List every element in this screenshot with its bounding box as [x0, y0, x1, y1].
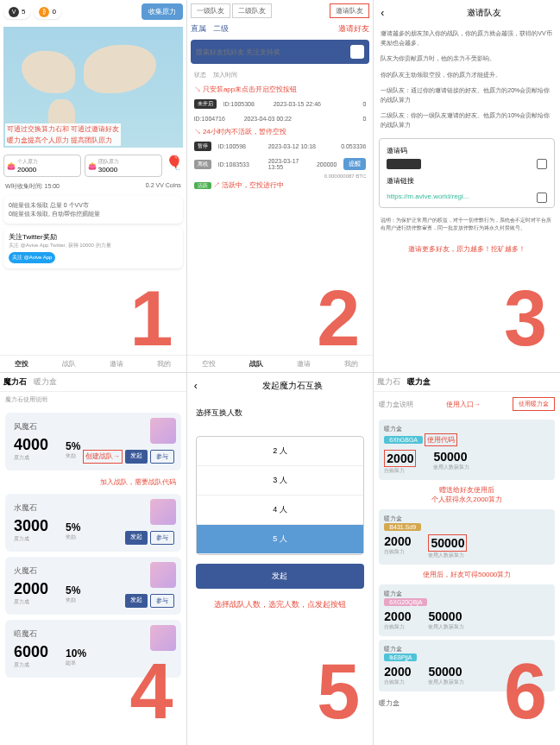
remind-button[interactable]: 提醒 — [343, 158, 366, 170]
friend-row: 未开启 ID:1005308 2023-03-15 22:46 0 — [187, 96, 374, 112]
btc-value: 0 — [52, 8, 55, 16]
twitter-card[interactable]: 关注Twitter奖励 关注 @Avive App Twitter, 获得 10… — [3, 227, 183, 268]
collect-button[interactable]: 收集原力 — [142, 3, 183, 20]
gift-code[interactable]: lkE8PjjA — [384, 653, 417, 661]
gift-card: 暖力盒 B431.Sd9 2000自购算力 50000使用人数获算力 — [379, 509, 555, 565]
panel-5-exchange: ‹ 发起魔力石互换 选择互换人数 2 人 3 人 4 人 5 人 发起 选择战队… — [187, 373, 374, 745]
back-icon[interactable]: ‹ — [381, 7, 384, 19]
option-3[interactable]: 3 人 — [197, 466, 364, 496]
panel-1-airdrop: V 5 ₿ 0 收集原力 可通过交换算力石和 可通过邀请好友 暖力盒提高个人原力… — [0, 0, 186, 372]
note-annotation: 选择战队人数，选完人数，点发起按钮 — [187, 596, 374, 614]
balloon-icon: 🎈 — [166, 155, 183, 177]
stone-image — [150, 562, 176, 588]
panel-number: 2 — [317, 275, 360, 363]
option-5-selected[interactable]: 5 人 — [197, 525, 364, 554]
tab-level2[interactable]: 二级队友 — [232, 3, 272, 18]
invite-btn-outline[interactable]: 邀请队友 — [330, 3, 369, 18]
panel-6-giftbox: 魔力石 暖力盒 暖力盒说明 使用入口→ 使用暖力盒 暖力盒 6XhGBGA 使用… — [374, 373, 560, 745]
status-inactive: 离线 — [194, 160, 211, 169]
annotation-create: 创建战队→ — [83, 450, 123, 464]
join-button[interactable]: 参与 — [150, 531, 174, 545]
gift-code[interactable]: 6XG20QBjA — [384, 598, 427, 606]
page-title: 发起魔力石互换 — [262, 380, 323, 392]
friend-row: ID:1004716 2023-04-03 00:22 0 — [187, 112, 374, 125]
label-second: 二级 — [213, 23, 229, 35]
tab-invite[interactable]: 邀请 — [297, 359, 311, 369]
back-icon[interactable]: ‹ — [194, 380, 198, 392]
tab-giftbox[interactable]: 暖力盒 — [34, 376, 57, 388]
panel-number: 3 — [504, 275, 547, 363]
gift-card: 暖力盒 6XG20QBjA 2000自购算力 50000使用人数获算力 — [379, 584, 555, 636]
friend-row: 暂停 ID:100598 2023-03-12 10:18 0.053336 — [187, 138, 374, 155]
join-button[interactable]: 参与 — [150, 450, 174, 464]
panel-2-team: 一级队友 二级队友 邀请队友 直属 二级 邀请好友 状态 加入时间 ↘ 只安装a… — [187, 0, 374, 372]
join-button[interactable]: 参与 — [150, 594, 174, 608]
vv-balance[interactable]: V 5 — [3, 5, 30, 19]
tab-team[interactable]: 战队 — [249, 359, 263, 369]
note3: 使用后，好友可得50000算力 — [374, 568, 560, 581]
create-button[interactable]: 发起 — [125, 594, 148, 608]
copy-icon[interactable] — [537, 193, 547, 203]
panel-3-invite: ‹ 邀请队友 邀请越多的朋友加入你的战队，你的原力就会越强，获得的VV币奖励也会… — [374, 0, 560, 372]
status-active: 活跃 — [194, 182, 211, 189]
note1: 赠送给好友使用后个人获得永久2000算力 — [374, 483, 560, 506]
tab-level1[interactable]: 一级队友 — [191, 3, 230, 18]
status-pending: 未开启 — [194, 99, 217, 109]
tab-airdrop[interactable]: 空投 — [202, 359, 216, 369]
personal-power-box[interactable]: 👛 个人原力20000 — [3, 155, 81, 177]
twitter-follow-btn[interactable]: 关注 @Avive App — [9, 252, 55, 263]
annotation-join: 加入战队，需要战队代码 — [0, 476, 186, 489]
header-bar: V 5 ₿ 0 收集原力 — [0, 0, 186, 23]
create-button[interactable]: 发起 — [125, 450, 148, 464]
map-annotation-1: 可通过交换算力石和 可通过邀请好友 — [5, 123, 121, 135]
launch-button[interactable]: 发起 — [196, 564, 365, 589]
tab-invite[interactable]: 邀请 — [110, 359, 123, 369]
friend-row: 离线 ID:1083533 2023-03-17 13:55 200000 提醒 — [187, 155, 374, 174]
panel-number: 1 — [130, 275, 173, 363]
tab-stone[interactable]: 魔力石 — [377, 376, 400, 388]
annotation-active: 活跃 ↗ 活跃中，空投进行中 — [187, 179, 374, 192]
coins-label: 0.2 VV Coins — [146, 182, 181, 191]
vv-icon: V — [9, 7, 19, 17]
stone-image — [150, 418, 176, 444]
panel-number: 4 — [130, 647, 173, 736]
bag-icon: 👛 — [7, 162, 16, 170]
tab-giftbox[interactable]: 暖力盒 — [407, 376, 431, 388]
annotation-paused: ↘ 24小时内不活跃，暂停空投 — [187, 125, 374, 138]
search-input[interactable] — [196, 48, 351, 56]
map-annotation-2: 暖力盒提高个人原力 提高团队原力 — [5, 135, 121, 146]
annotation-not-started: ↘ 只安装app未点击开启空投按钮 — [187, 83, 374, 96]
subtitle: 选择互换人数 — [187, 399, 374, 427]
team-power-box[interactable]: 👛 团队原力30000 — [85, 155, 162, 177]
btc-icon: ₿ — [39, 7, 49, 17]
option-4[interactable]: 4 人 — [197, 496, 364, 525]
option-2[interactable]: 2 人 — [197, 437, 364, 466]
label-invite: 邀请好友 — [338, 23, 369, 35]
gift-card: 暖力盒 6XhGBGA 使用代码 2000自购算力 50000使用人数获算力 — [379, 420, 555, 480]
gift-code[interactable]: B431.Sd9 — [384, 523, 421, 531]
energy-card: 0能量值未领取 总量 0 个VV市 0能量值未领取, 自动帮你挖掘能量 — [3, 196, 183, 224]
time-label: W时收集时间: 15:00 — [5, 182, 60, 191]
stone-card-wind: 风魔石 4000原力成 5%奖励 创建战队→ 发起 参与 — [5, 413, 181, 470]
invite-code-redacted — [387, 159, 421, 169]
tab-airdrop[interactable]: 空投 — [15, 359, 28, 369]
world-map[interactable]: 可通过交换算力石和 可通过邀请好友 暖力盒提高个人原力 提高团队原力 — [3, 27, 183, 148]
btc-balance[interactable]: ₿ 0 — [34, 5, 60, 19]
panel-number: 5 — [317, 647, 360, 736]
tab-team[interactable]: 战队 — [62, 359, 76, 369]
bag-icon: 👛 — [88, 162, 97, 170]
create-button[interactable]: 发起 — [125, 531, 148, 545]
stone-card-fire: 火魔石 2000原力成 5%奖励 发起参与 — [5, 557, 181, 615]
use-giftbox-button[interactable]: 使用暖力盒 — [513, 397, 555, 411]
copy-icon[interactable] — [537, 159, 547, 169]
stone-card-water: 水魔石 3000原力成 5%奖励 发起参与 — [5, 494, 181, 552]
search-icon[interactable] — [350, 45, 364, 59]
invite-code-box: 邀请码 邀请链接 https://m.avive.world/regi... — [379, 138, 555, 208]
tab-stone[interactable]: 魔力石 — [3, 376, 27, 388]
people-selector: 2 人 3 人 4 人 5 人 — [196, 436, 365, 555]
invite-link[interactable]: https://m.avive.world/regi... — [387, 193, 469, 200]
gift-code[interactable]: 6XhGBGA — [384, 436, 423, 444]
use-code-annotation: 使用代码 — [425, 433, 457, 446]
entry-annotation: 使用入口→ — [446, 400, 481, 409]
search-bar[interactable] — [191, 40, 370, 64]
